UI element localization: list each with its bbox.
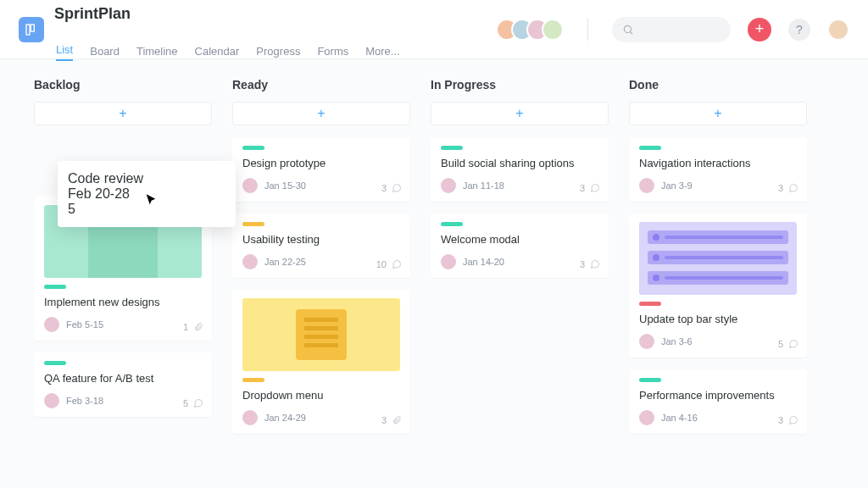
tab-timeline[interactable]: Timeline <box>136 45 178 61</box>
card-meta: Feb 5-15 <box>44 317 202 332</box>
card-date: Jan 15-30 <box>264 180 306 191</box>
attachment-icon <box>193 322 203 332</box>
comment-icon <box>788 415 798 425</box>
task-card[interactable]: Usability testing Jan 22-25 10 <box>232 214 410 278</box>
card-stat: 1 <box>183 322 203 332</box>
brand: SprintPlan List Board Timeline Calendar … <box>19 5 400 54</box>
divider <box>587 19 588 41</box>
assignee-avatar <box>639 410 654 425</box>
assignee-avatar <box>441 254 456 269</box>
card-meta: Feb 3-18 <box>44 393 202 408</box>
topbar: SprintPlan List Board Timeline Calendar … <box>0 0 868 59</box>
attachment-icon <box>392 415 402 425</box>
tab-progress[interactable]: Progress <box>256 45 300 61</box>
card-title: Implement new designs <box>44 296 202 308</box>
add-card-button[interactable]: + <box>629 102 807 125</box>
global-add-button[interactable]: + <box>748 18 771 42</box>
app-title: SprintPlan <box>54 5 400 23</box>
card-thumbnail <box>639 222 797 295</box>
avatar[interactable] <box>542 19 564 41</box>
column-title: Ready <box>232 78 410 92</box>
card-date: Jan 3-9 <box>661 180 693 191</box>
assignee-avatar <box>44 317 59 332</box>
comment-icon <box>788 339 798 349</box>
svg-point-2 <box>624 25 631 32</box>
status-pill <box>639 302 661 306</box>
comment-icon <box>392 259 402 269</box>
card-title: Navigation interactions <box>639 157 797 169</box>
card-date: Jan 24-29 <box>264 413 306 423</box>
comment-icon <box>590 259 600 269</box>
column-in-progress: In Progress + Build social sharing optio… <box>431 78 609 446</box>
column-title: Backlog <box>34 78 212 92</box>
svg-rect-1 <box>31 25 34 31</box>
comment-icon <box>392 183 402 193</box>
svg-rect-0 <box>26 25 30 35</box>
card-date: Feb 5-15 <box>66 319 103 330</box>
add-card-button[interactable]: + <box>34 102 212 125</box>
status-pill <box>242 146 264 150</box>
tab-more[interactable]: More... <box>365 45 399 61</box>
assignee-avatar <box>242 410 258 425</box>
card-date: Feb 3-18 <box>66 396 103 406</box>
assignee-avatar <box>639 178 654 193</box>
task-card[interactable]: QA feature for A/B test Feb 3-18 5 <box>34 352 212 417</box>
task-card[interactable]: Navigation interactions Jan 3-9 3 <box>629 137 807 202</box>
status-pill <box>639 146 661 150</box>
card-date: Jan 11-18 <box>463 180 504 191</box>
status-pill <box>242 378 264 382</box>
cursor-icon <box>144 193 158 207</box>
tab-calendar[interactable]: Calendar <box>195 45 240 61</box>
comment-icon <box>193 398 203 408</box>
assignee-avatar <box>242 178 258 193</box>
kanban-board: Backlog + Implement new designs Feb 5-15… <box>0 59 868 464</box>
assignee-avatar <box>639 334 654 349</box>
comment-icon <box>75 203 86 214</box>
assignee-avatar <box>44 393 59 408</box>
card-date: Jan 22-25 <box>264 257 306 267</box>
task-card[interactable]: Dropdown menu Jan 24-29 3 <box>232 290 410 434</box>
task-card[interactable]: Build social sharing options Jan 11-18 3 <box>431 137 609 202</box>
card-title: Build social sharing options <box>441 157 598 169</box>
task-card[interactable]: Update top bar style Jan 3-6 5 <box>629 214 807 358</box>
task-card[interactable]: Welcome modal Jan 14-20 3 <box>431 214 609 278</box>
app-icon <box>19 17 44 42</box>
status-pill <box>44 361 66 365</box>
card-thumbnail <box>242 298 400 371</box>
search-icon <box>622 24 634 36</box>
task-card[interactable]: Performance improvements Jan 4-16 3 <box>629 369 807 434</box>
help-button[interactable]: ? <box>788 19 810 41</box>
assignee-avatar <box>441 178 456 193</box>
add-card-button[interactable]: + <box>431 102 609 125</box>
svg-line-3 <box>630 31 632 34</box>
card-date: Jan 3-6 <box>661 336 693 347</box>
user-avatar[interactable] <box>827 19 849 41</box>
task-card[interactable]: Design prototype Jan 15-30 3 <box>232 137 410 202</box>
status-pill <box>441 222 463 226</box>
column-backlog: Backlog + Implement new designs Feb 5-15… <box>34 78 212 446</box>
card-title: Welcome modal <box>441 233 598 246</box>
comment-icon <box>788 183 798 193</box>
status-pill <box>242 222 264 226</box>
comment-icon <box>590 183 600 193</box>
column-title: In Progress <box>431 78 609 92</box>
column-ready: Ready + Design prototype Jan 15-30 3 Usa… <box>232 78 410 446</box>
status-pill <box>639 378 661 382</box>
card-title: Usability testing <box>242 233 400 246</box>
status-pill <box>441 146 463 150</box>
card-date: Jan 4-16 <box>661 413 698 423</box>
tab-board[interactable]: Board <box>90 45 120 61</box>
card-title: Update top bar style <box>639 313 797 325</box>
search-input[interactable] <box>612 17 731 42</box>
card-title: QA feature for A/B test <box>44 372 202 385</box>
card-title: Design prototype <box>242 157 400 169</box>
card-title: Code review <box>68 171 225 186</box>
tab-forms[interactable]: Forms <box>317 45 348 61</box>
add-card-button[interactable]: + <box>232 102 410 125</box>
card-title: Performance improvements <box>639 389 797 402</box>
column-title: Done <box>629 78 807 92</box>
card-title: Dropdown menu <box>242 389 400 402</box>
status-pill <box>44 285 66 289</box>
project-members[interactable] <box>503 19 564 41</box>
tab-list[interactable]: List <box>56 43 73 61</box>
